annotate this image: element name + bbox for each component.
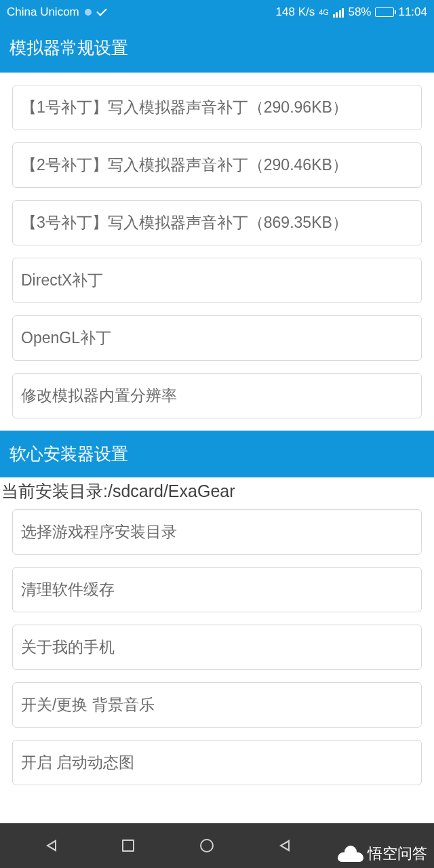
installer-settings-list: 选择游戏程序安装目录 清理软件缓存 关于我的手机 开关/更换 背景音乐 开启 启…	[0, 502, 434, 785]
carrier-label: China Unicom	[7, 5, 79, 19]
patch-2-button[interactable]: 【2号补丁】写入模拟器声音补丁（290.46KB）	[12, 142, 422, 188]
dot-icon	[85, 9, 92, 16]
patch-3-button[interactable]: 【3号补丁】写入模拟器声音补丁（869.35KB）	[12, 200, 422, 245]
back-button[interactable]	[46, 840, 56, 852]
cloud-icon	[338, 846, 363, 862]
patch-1-button[interactable]: 【1号补丁】写入模拟器声音补丁（290.96KB）	[12, 85, 422, 130]
square-icon	[122, 840, 134, 852]
section-header-installer: 软心安装器设置	[0, 431, 434, 477]
back-button-right[interactable]	[279, 840, 290, 852]
directx-patch-button[interactable]: DirectX补丁	[12, 258, 422, 303]
about-phone-button[interactable]: 关于我的手机	[12, 625, 422, 670]
resolution-button[interactable]: 修改模拟器内置分辨率	[12, 373, 422, 418]
install-path-label: 当前安装目录:/sdcard/ExaGear	[0, 477, 434, 502]
net-speed: 148 K/s	[276, 5, 315, 19]
checkmark-icon	[96, 5, 107, 16]
clear-cache-button[interactable]: 清理软件缓存	[12, 567, 422, 612]
home-button[interactable]	[200, 839, 214, 852]
status-bar: China Unicom 148 K/s 4G 58% 11:04	[0, 0, 434, 24]
battery-icon	[375, 7, 394, 17]
install-dir-button[interactable]: 选择游戏程序安装目录	[12, 509, 422, 555]
back-triangle-icon	[46, 840, 56, 852]
section-header-emulator: 模拟器常规设置	[0, 24, 434, 73]
opengl-patch-button[interactable]: OpenGL补丁	[12, 315, 422, 361]
back-triangle-icon-2	[279, 840, 290, 852]
bgm-toggle-button[interactable]: 开关/更换 背景音乐	[12, 682, 422, 728]
watermark-text: 悟空问答	[368, 844, 427, 864]
clock: 11:04	[398, 5, 427, 19]
circle-icon	[200, 839, 214, 852]
watermark: 悟空问答	[338, 844, 427, 864]
recents-button[interactable]	[122, 840, 134, 852]
emulator-settings-list: 【1号补丁】写入模拟器声音补丁（290.96KB） 【2号补丁】写入模拟器声音补…	[0, 73, 434, 418]
battery-pct: 58%	[348, 5, 371, 19]
network-type-icon: 4G	[319, 9, 329, 16]
signal-icon	[333, 7, 344, 18]
boot-anim-button[interactable]: 开启 启动动态图	[12, 740, 422, 785]
